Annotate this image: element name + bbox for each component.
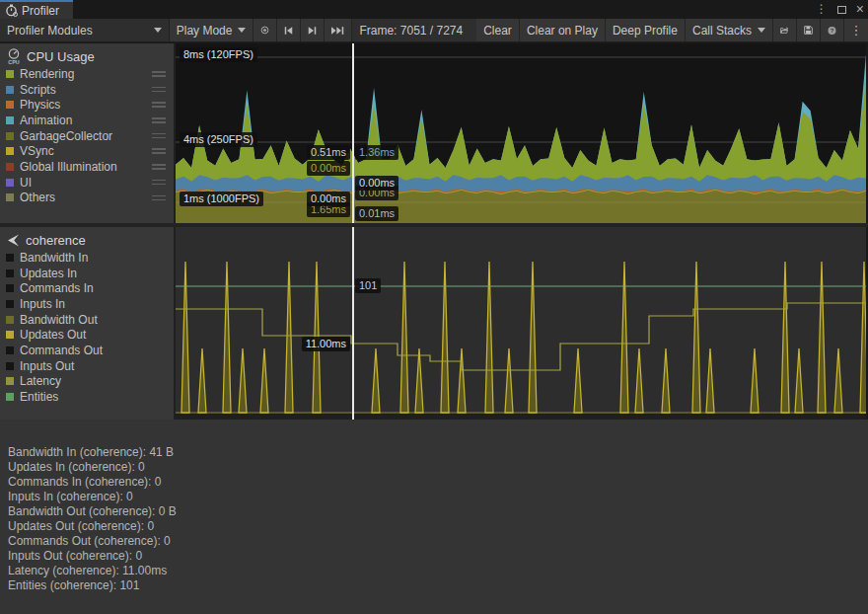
help-icon: ? [828,24,836,38]
cpu-sidebar: CPU CPU Usage RenderingScriptsPhysicsAni… [0,43,176,223]
next-frame-icon [308,26,317,36]
legend-label: Inputs In [20,297,65,311]
legend-item-bandwidth-in[interactable]: Bandwidth In [6,250,174,266]
current-frame-button[interactable] [325,19,352,41]
latency-value-label: 11.00ms [302,337,350,351]
previous-frame-button[interactable] [277,19,301,41]
legend-swatch [6,331,14,339]
selected-frame-value: 0.51ms [307,145,350,160]
drag-handle-icon[interactable] [152,133,166,141]
clear-label: Clear [483,24,512,38]
drag-handle-icon[interactable] [152,117,166,125]
legend-item-physics[interactable]: Physics [6,97,174,113]
legend-swatch [6,346,14,354]
maximize-icon[interactable] [837,6,846,14]
legend-label: GarbageCollector [20,129,112,143]
save-profile-button[interactable] [797,19,821,41]
drag-handle-icon[interactable] [152,164,166,172]
close-icon[interactable]: × [856,0,864,19]
coherence-chart[interactable]: 10111.00ms [176,227,866,420]
legend-item-updates-in[interactable]: Updates In [6,266,174,281]
call-stacks-label: Call Stacks [692,24,752,38]
legend-label: Rendering [20,67,74,81]
play-mode-label: Play Mode [177,24,233,38]
stat-line: Inputs In (coherence): 0 [8,490,868,504]
record-icon [260,23,269,38]
selected-frame-value: 0.00ms [307,192,350,206]
grid-label: 1ms (1000FPS) [180,192,263,206]
legend-item-ui[interactable]: UI [6,175,174,191]
selected-frame-line[interactable] [352,227,354,420]
clear-button[interactable]: Clear [476,19,520,41]
stat-line: Inputs Out (coherence): 0 [8,549,868,564]
save-icon [804,24,813,37]
tab-profiler[interactable]: Profiler [0,0,73,19]
selected-frame-value: 1.36ms [355,145,398,160]
drag-handle-icon[interactable] [152,148,166,156]
stat-line: Latency (coherence): 11.00ms [8,564,868,578]
legend-item-commands-in[interactable]: Commands In [6,280,174,296]
legend-swatch [6,393,14,401]
legend-item-inputs-out[interactable]: Inputs Out [6,358,174,374]
cpu-module: CPU CPU Usage RenderingScriptsPhysicsAni… [0,43,868,223]
legend-item-updates-out[interactable]: Updates Out [6,327,174,343]
legend-item-vsync[interactable]: VSync [6,143,174,159]
legend-item-commands-out[interactable]: Commands Out [6,343,174,358]
legend-item-garbagecollector[interactable]: GarbageCollector [6,128,174,144]
help-button[interactable]: ? [821,19,844,41]
legend-label: Latency [20,374,61,388]
selected-frame-line[interactable] [352,43,354,223]
legend-label: Commands Out [20,344,103,357]
legend-swatch [6,316,14,324]
drag-handle-icon[interactable] [152,102,166,110]
legend-item-bandwidth-out[interactable]: Bandwidth Out [6,312,174,328]
coherence-legend: Bandwidth InUpdates InCommands InInputs … [6,250,174,405]
coherence-module-title: coherence [26,233,86,248]
cpu-module-header[interactable]: CPU CPU Usage [6,46,174,66]
deep-profile-button[interactable]: Deep Profile [606,19,686,41]
cpu-usage-icon: CPU [6,48,22,65]
drag-handle-icon[interactable] [152,87,166,95]
previous-frame-icon [284,26,293,36]
legend-label: Updates In [20,267,77,280]
legend-item-scripts[interactable]: Scripts [6,82,174,98]
legend-swatch [6,193,14,201]
clear-on-play-button[interactable]: Clear on Play [520,19,606,41]
legend-item-others[interactable]: Others [6,191,174,206]
coherence-logo-icon [6,233,21,248]
legend-item-entities[interactable]: Entities [6,389,174,405]
cpu-chart-canvas [176,43,866,223]
kebab-icon: ⋮ [850,23,863,38]
toolbar-menu-button[interactable]: ⋮ [844,19,868,41]
deep-profile-label: Deep Profile [613,24,678,38]
stat-line: Bandwidth In (coherence): 41 B [8,445,868,460]
legend-item-animation[interactable]: Animation [6,113,174,128]
clear-on-play-label: Clear on Play [527,24,598,38]
last-frame-icon [331,26,344,36]
coherence-module-header[interactable]: coherence [6,230,174,250]
grid-label: 8ms (120FPS) [180,47,257,62]
drag-handle-icon[interactable] [152,195,166,203]
next-frame-button[interactable] [301,19,325,41]
svg-text:CPU: CPU [8,59,19,65]
legend-item-latency[interactable]: Latency [6,374,174,390]
selected-frame-value: 0.01ms [355,206,398,221]
load-profile-button[interactable] [773,19,797,41]
legend-item-rendering[interactable]: Rendering [6,66,174,82]
legend-item-global-illumination[interactable]: Global Illumination [6,159,174,175]
call-stacks-dropdown[interactable]: Call Stacks [686,19,773,41]
legend-label: Global Illumination [20,160,117,174]
legend-label: Inputs Out [20,359,74,373]
profiler-modules-dropdown[interactable]: Profiler Modules [0,19,170,41]
legend-swatch [6,116,14,124]
drag-handle-icon[interactable] [152,71,166,79]
window-menu-icon[interactable]: ⋮ [816,0,828,19]
drag-handle-icon[interactable] [152,180,166,188]
cpu-chart[interactable]: 8ms (120FPS)4ms (250FPS)1ms (1000FPS)0.5… [176,43,866,223]
stat-line: Updates In (coherence): 0 [8,460,868,475]
toolbar: Profiler Modules Play Mode [0,19,868,42]
record-button[interactable] [253,19,277,41]
play-mode-dropdown[interactable]: Play Mode [170,19,254,41]
legend-item-inputs-in[interactable]: Inputs In [6,296,174,312]
chevron-down-icon [758,28,765,33]
